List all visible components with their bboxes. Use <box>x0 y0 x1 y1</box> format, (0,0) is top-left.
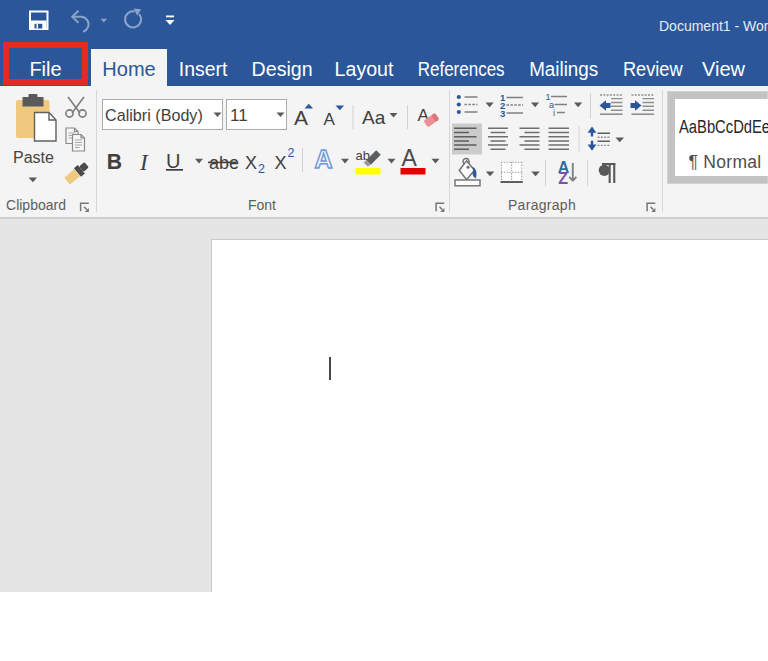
svg-text:Aa: Aa <box>362 107 386 128</box>
svg-text:2: 2 <box>258 162 265 176</box>
svg-text:A: A <box>324 110 336 129</box>
svg-text:I: I <box>139 150 149 175</box>
svg-text:3: 3 <box>500 108 505 119</box>
svg-text:i: i <box>553 108 555 118</box>
svg-text:A: A <box>402 145 418 171</box>
svg-text:B: B <box>107 149 122 175</box>
svg-text:Z: Z <box>558 170 568 187</box>
svg-text:X: X <box>245 153 257 173</box>
svg-text:2: 2 <box>288 146 295 160</box>
svg-text:abe: abe <box>209 153 239 173</box>
svg-text:A: A <box>294 106 308 129</box>
svg-text:X: X <box>275 153 287 173</box>
svg-text:A: A <box>315 145 333 173</box>
svg-text:U: U <box>166 150 180 172</box>
